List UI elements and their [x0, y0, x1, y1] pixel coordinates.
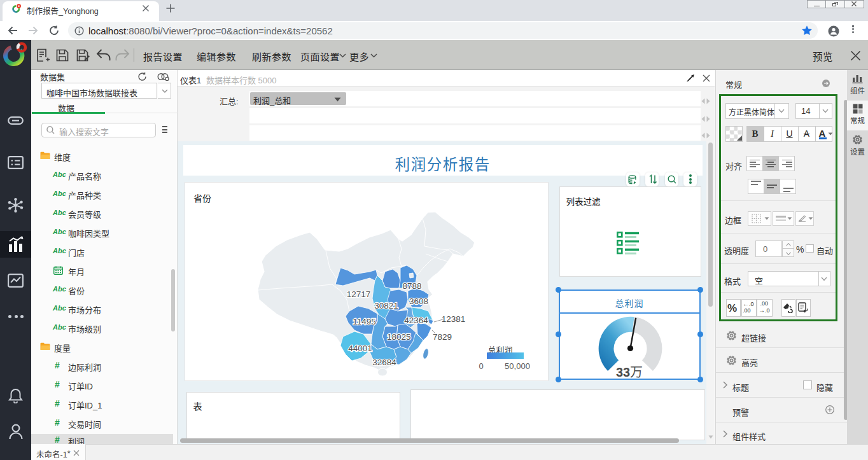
svg-text:11495: 11495 — [353, 317, 376, 326]
svg-text:12717: 12717 — [347, 289, 371, 299]
svg-text:42364: 42364 — [404, 316, 428, 325]
svg-text:8788: 8788 — [402, 281, 421, 291]
svg-text:12381: 12381 — [442, 314, 466, 324]
svg-text:7829: 7829 — [433, 332, 452, 342]
svg-text:18025: 18025 — [387, 332, 411, 342]
svg-text:44001: 44001 — [348, 344, 372, 353]
svg-text:32684: 32684 — [372, 358, 396, 367]
svg-text:30821: 30821 — [374, 301, 398, 310]
svg-text:3608: 3608 — [409, 296, 428, 306]
